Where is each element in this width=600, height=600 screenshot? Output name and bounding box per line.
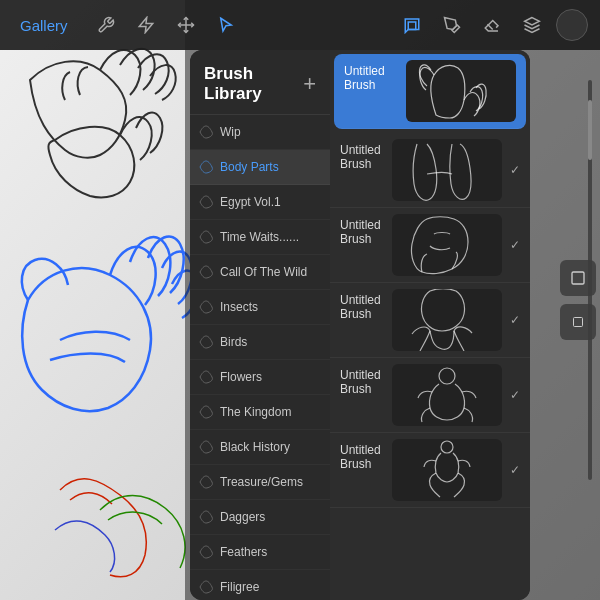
brush-preview — [392, 364, 502, 426]
brush-preview — [392, 214, 502, 276]
transform-icon[interactable] — [170, 9, 202, 41]
toolbar-left: Gallery — [12, 9, 242, 41]
brush-check-icon: ✓ — [510, 163, 520, 177]
sidebar-item-time-waits[interactable]: Time Waits...... — [190, 220, 330, 255]
brush-check-icon: ✓ — [510, 238, 520, 252]
brush-preview — [392, 439, 502, 501]
sidebar-item-birds[interactable]: Birds — [190, 325, 330, 360]
sidebar-item-daggers[interactable]: Daggers — [190, 500, 330, 535]
sidebar-item-call-of-the-wild[interactable]: Call Of The Wild — [190, 255, 330, 290]
brush-check-icon: ✓ — [510, 313, 520, 327]
brush-name: Untitled Brush — [340, 289, 384, 321]
svg-marker-2 — [139, 18, 153, 33]
panel-header: Brush Library + — [190, 50, 330, 115]
sidebar-item-egypt-vol1[interactable]: Egypt Vol.1 — [190, 185, 330, 220]
brush-item-brush-3[interactable]: Untitled Brush ✓ — [330, 208, 530, 283]
brush-check-icon: ✓ — [510, 388, 520, 402]
brush-categories: Brush Library + Wip Body Parts Egypt Vol… — [190, 50, 330, 600]
lightning-icon[interactable] — [130, 9, 162, 41]
category-list: Wip Body Parts Egypt Vol.1 Time Waits...… — [190, 115, 330, 600]
sidebar-item-wip[interactable]: Wip — [190, 115, 330, 150]
sidebar-item-insects[interactable]: Insects — [190, 290, 330, 325]
smudge-icon[interactable] — [436, 9, 468, 41]
brush-name: Untitled Brush — [340, 439, 384, 471]
sidebar-item-the-kingdom[interactable]: The Kingdom — [190, 395, 330, 430]
svg-rect-9 — [574, 318, 583, 327]
toolbar-right — [396, 9, 588, 41]
sidebar-item-black-history[interactable]: Black History — [190, 430, 330, 465]
add-brush-button[interactable]: + — [303, 73, 316, 95]
sidebar-item-filigree[interactable]: Filigree — [190, 570, 330, 600]
brush-preview — [392, 139, 502, 201]
brush-name: Untitled Brush — [340, 364, 384, 396]
brush-name: Untitled Brush — [340, 214, 384, 246]
brush-preview — [406, 60, 516, 122]
gallery-button[interactable]: Gallery — [12, 13, 76, 38]
svg-rect-8 — [572, 272, 584, 284]
brush-item-brush-5[interactable]: Untitled Brush ✓ — [330, 358, 530, 433]
brush-list: Untitled Brush Untitled Brush ✓ Untitled… — [330, 50, 530, 600]
svg-point-7 — [441, 441, 453, 453]
sidebar-item-body-parts[interactable]: Body Parts — [190, 150, 330, 185]
canvas-scrollbar-thumb — [588, 100, 592, 160]
brush-check-icon: ✓ — [510, 463, 520, 477]
brush-preview — [392, 289, 502, 351]
layers-icon[interactable] — [516, 9, 548, 41]
side-icons — [560, 260, 596, 340]
brush-name: Untitled Brush — [344, 60, 398, 92]
panel-title: Brush Library — [204, 64, 303, 104]
sidebar-item-treasure-gems[interactable]: Treasure/Gems — [190, 465, 330, 500]
brush-name: Untitled Brush — [340, 139, 384, 171]
small-square-icon-button[interactable] — [560, 304, 596, 340]
brush-item-brush-4[interactable]: Untitled Brush ✓ — [330, 283, 530, 358]
wrench-icon[interactable] — [90, 9, 122, 41]
toolbar: Gallery — [0, 0, 600, 50]
brush-item-brush-1[interactable]: Untitled Brush — [334, 54, 526, 129]
cursor-icon[interactable] — [210, 9, 242, 41]
svg-point-6 — [439, 368, 455, 384]
square-icon-button[interactable] — [560, 260, 596, 296]
brush-icon[interactable] — [396, 9, 428, 41]
sidebar-item-feathers[interactable]: Feathers — [190, 535, 330, 570]
color-picker[interactable] — [556, 9, 588, 41]
erase-icon[interactable] — [476, 9, 508, 41]
brush-item-brush-6[interactable]: Untitled Brush ✓ — [330, 433, 530, 508]
brush-item-brush-2[interactable]: Untitled Brush ✓ — [330, 133, 530, 208]
toolbar-icons — [90, 9, 242, 41]
svg-marker-5 — [525, 18, 540, 26]
sidebar-item-flowers[interactable]: Flowers — [190, 360, 330, 395]
brush-panel: Brush Library + Wip Body Parts Egypt Vol… — [190, 50, 530, 600]
